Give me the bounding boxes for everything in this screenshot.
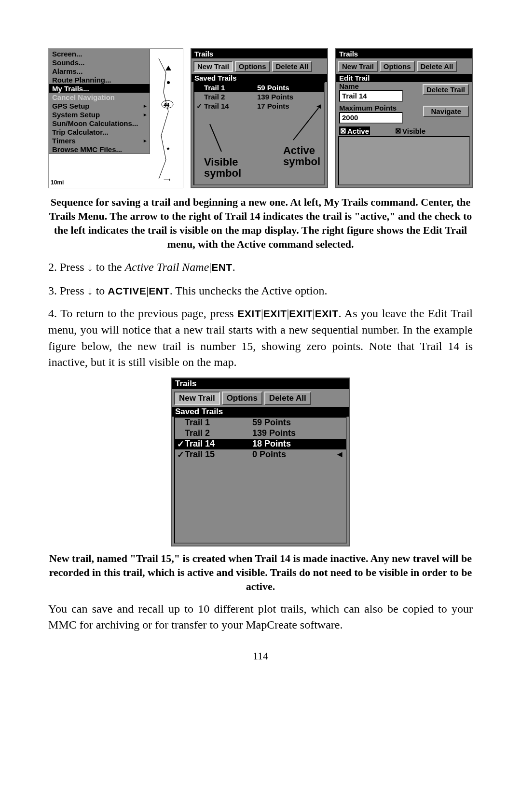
trail-row[interactable]: ✓Trail 1418 Points: [175, 439, 346, 449]
active-checkbox[interactable]: ⊠Active: [339, 126, 370, 135]
svg-text:44: 44: [164, 102, 170, 108]
panel-trails-list: Trails New Trail Options Delete All Save…: [191, 48, 328, 188]
figure1-caption: Sequence for saving a trail and beginnin…: [48, 195, 473, 251]
svg-text:★: ★: [166, 146, 170, 151]
trail-name: Trail 1: [204, 84, 257, 92]
visible-check-icon: ✓: [177, 449, 185, 460]
trail-points: 139 Points: [257, 93, 314, 101]
svg-marker-1: [165, 66, 171, 70]
trail-points: 139 Points: [252, 428, 335, 438]
saved-trails-header-2: Saved Trails: [172, 407, 349, 417]
menu-item[interactable]: Sun/Moon Calculations...: [49, 119, 150, 127]
panel-edit-trail: Trails New Trail Options Delete All Edit…: [335, 48, 473, 188]
svg-point-0: [167, 81, 170, 84]
figure-row-1: 44 ★ ⟶ Screen...Sounds...Alarms...Route …: [48, 48, 473, 188]
menu-item[interactable]: Route Planning...: [49, 75, 150, 84]
trail-name: Trail 2: [204, 93, 257, 101]
visible-check-icon: ✓: [177, 439, 185, 449]
menu-item[interactable]: Browse MMC Files...: [49, 145, 150, 154]
panel-menu-map: 44 ★ ⟶ Screen...Sounds...Alarms...Route …: [48, 48, 183, 188]
svg-line-6: [210, 124, 221, 152]
step-3: 3. Press ↓ to ACTIVE|ENT. This unchecks …: [48, 282, 473, 299]
menu-item[interactable]: Alarms...: [49, 67, 150, 75]
menu-item[interactable]: System Setup▸: [49, 110, 150, 119]
trail-points: 18 Points: [252, 439, 335, 449]
options-button[interactable]: Options: [235, 61, 270, 72]
svg-line-7: [293, 108, 318, 140]
visible-checkbox[interactable]: ⊠Visible: [395, 126, 425, 135]
trail-points: 59 Points: [252, 418, 335, 428]
trail-name: Trail 1: [185, 418, 252, 428]
new-trail-button-2[interactable]: New Trail: [338, 61, 378, 72]
menu-item[interactable]: Sounds...: [49, 58, 150, 67]
callout-visible-symbol: Visiblesymbol: [204, 156, 241, 179]
edit-trail-empty-area: [338, 136, 470, 185]
menu-item[interactable]: Trip Calculator...: [49, 127, 150, 136]
menu-item[interactable]: Timers▸: [49, 136, 150, 145]
figure2-caption: New trail, named "Trail 15," is created …: [48, 551, 473, 593]
menu-item[interactable]: GPS Setup▸: [49, 101, 150, 110]
menu-item[interactable]: Screen...: [49, 49, 150, 58]
menu-item[interactable]: My Trails...: [49, 84, 150, 93]
step-4: 4. To return to the previous page, press…: [48, 306, 473, 370]
options-button-2[interactable]: Options: [380, 61, 415, 72]
callout-active-symbol: Activesymbol: [283, 145, 320, 167]
map-background: 44 ★ ⟶: [149, 54, 183, 184]
step-2: 2. Press ↓ to the Active Trail Name|ENT.: [48, 259, 473, 276]
new-trail-button[interactable]: New Trail: [193, 61, 233, 72]
saved-trails-list[interactable]: Trail 159 PointsTrail 2139 Points✓Trail …: [193, 82, 325, 185]
trail-name: Trail 15: [185, 449, 252, 460]
titlebar-trails-3: Trails: [172, 378, 349, 389]
menu-item[interactable]: Cancel Navigation: [49, 93, 150, 101]
max-points-label: Maximum Points: [336, 104, 423, 112]
trail-row[interactable]: Trail 2139 Points: [194, 92, 324, 101]
closing-paragraph: You can save and recall up to 10 differe…: [48, 601, 473, 633]
trail-row[interactable]: ✓Trail 150 Points◄: [175, 449, 346, 460]
edit-trail-header: Edit Trail: [336, 74, 472, 82]
trail-points: 59 Points: [257, 84, 314, 92]
trail-name: Trail 14: [185, 439, 252, 449]
titlebar-trails: Trails: [192, 49, 327, 58]
body-text-after: You can save and recall up to 10 differe…: [48, 601, 473, 633]
delete-all-button[interactable]: Delete All: [272, 61, 313, 72]
trail-row[interactable]: Trail 159 Points: [194, 83, 324, 92]
panel-trails-list-2: Trails New Trail Options Delete All Save…: [171, 378, 350, 546]
max-points-field[interactable]: 2000: [339, 112, 403, 124]
active-arrow-icon: ◄: [335, 449, 344, 460]
saved-trails-list-2[interactable]: Trail 159 PointsTrail 2139 Points✓Trail …: [174, 417, 347, 544]
body-text: 2. Press ↓ to the Active Trail Name|ENT.…: [48, 259, 473, 371]
options-button-3[interactable]: Options: [222, 392, 262, 405]
trail-points: 0 Points: [252, 449, 335, 460]
svg-text:⟶: ⟶: [164, 177, 170, 182]
figure-2: Trails New Trail Options Delete All Save…: [48, 378, 473, 546]
trail-row[interactable]: Trail 159 Points: [175, 418, 346, 428]
trail-row[interactable]: Trail 2139 Points: [175, 428, 346, 439]
name-label: Name: [336, 82, 423, 90]
trail-name: Trail 2: [185, 428, 252, 438]
delete-all-button-3[interactable]: Delete All: [264, 392, 311, 405]
name-field[interactable]: Trail 14: [339, 90, 403, 102]
delete-all-button-2[interactable]: Delete All: [417, 61, 457, 72]
main-menu-list: Screen...Sounds...Alarms...Route Plannin…: [49, 49, 150, 154]
visible-check-icon: ✓: [196, 102, 204, 111]
trail-name: Trail 14: [204, 102, 257, 110]
new-trail-button-3[interactable]: New Trail: [174, 392, 220, 405]
saved-trails-header: Saved Trails: [192, 74, 327, 82]
page-number: 114: [48, 650, 473, 662]
map-scale: 10mi: [51, 179, 64, 186]
delete-trail-button[interactable]: Delete Trail: [423, 84, 469, 95]
navigate-button[interactable]: Navigate: [423, 106, 469, 117]
titlebar-trails-2: Trails: [336, 49, 472, 58]
